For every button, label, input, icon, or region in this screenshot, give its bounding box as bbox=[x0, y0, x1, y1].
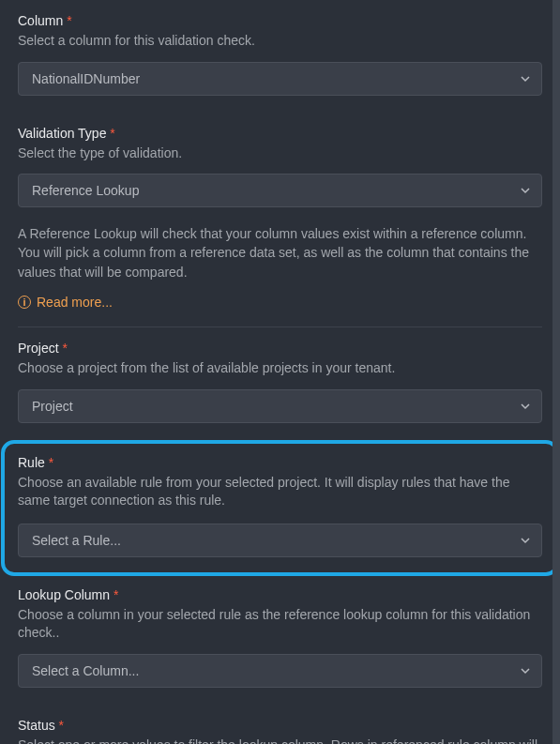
column-label: Column * bbox=[18, 0, 542, 28]
project-help: Choose a project from the list of availa… bbox=[18, 359, 542, 378]
field-rule-highlight: Rule * Choose an available rule from you… bbox=[1, 440, 559, 576]
field-status: Status * Select one or more values to fi… bbox=[18, 705, 542, 744]
required-asterisk: * bbox=[62, 341, 67, 356]
label-text: Rule bbox=[18, 455, 45, 470]
required-asterisk: * bbox=[49, 455, 53, 470]
rule-select[interactable]: Select a Rule... bbox=[18, 524, 542, 557]
scrollbar[interactable] bbox=[552, 0, 560, 744]
project-select[interactable]: Project bbox=[18, 389, 542, 423]
field-lookup-column: Lookup Column * Choose a column in your … bbox=[18, 582, 542, 688]
project-label: Project * bbox=[18, 327, 542, 356]
column-help: Select a column for this validation chec… bbox=[18, 32, 542, 51]
lookup-column-label: Lookup Column * bbox=[18, 582, 542, 602]
chevron-down-icon bbox=[521, 74, 530, 84]
status-label: Status * bbox=[18, 705, 542, 733]
field-validation-type: Validation Type * Select the type of val… bbox=[18, 113, 542, 208]
form-page: Column * Select a column for this valida… bbox=[0, 0, 560, 744]
chevron-down-icon bbox=[521, 666, 530, 676]
project-select-value: Project bbox=[32, 399, 73, 414]
info-icon: i bbox=[18, 296, 31, 309]
rule-label: Rule * bbox=[18, 453, 542, 470]
chevron-down-icon bbox=[521, 402, 530, 411]
read-more-link[interactable]: i Read more... bbox=[18, 295, 113, 310]
status-help: Select one or more values to filter the … bbox=[18, 736, 542, 744]
required-asterisk: * bbox=[114, 587, 118, 602]
label-text: Validation Type bbox=[18, 126, 106, 141]
required-asterisk: * bbox=[59, 718, 64, 733]
label-text: Status bbox=[18, 718, 55, 733]
rule-help: Choose an available rule from your selec… bbox=[18, 474, 542, 510]
validation-type-help: Select the type of validation. bbox=[18, 144, 542, 163]
required-asterisk: * bbox=[67, 13, 71, 28]
field-column: Column * Select a column for this valida… bbox=[18, 0, 542, 96]
validation-type-select-value: Reference Lookup bbox=[32, 183, 139, 198]
lookup-column-help: Choose a column in your selected rule as… bbox=[18, 606, 542, 643]
required-asterisk: * bbox=[110, 126, 114, 141]
read-more-label: Read more... bbox=[37, 295, 113, 310]
column-select-value: NationalIDNumber bbox=[32, 71, 140, 86]
reference-lookup-text: A Reference Lookup will check that your … bbox=[18, 224, 542, 281]
reference-lookup-info: A Reference Lookup will check that your … bbox=[18, 224, 542, 327]
chevron-down-icon bbox=[521, 186, 530, 195]
label-text: Project bbox=[18, 341, 59, 356]
rule-select-placeholder: Select a Rule... bbox=[32, 533, 121, 548]
chevron-down-icon bbox=[521, 536, 530, 545]
lookup-column-select[interactable]: Select a Column... bbox=[18, 654, 542, 688]
label-text: Column bbox=[18, 13, 63, 28]
lookup-column-select-placeholder: Select a Column... bbox=[32, 663, 139, 678]
validation-type-label: Validation Type * bbox=[18, 113, 542, 141]
label-text: Lookup Column bbox=[18, 587, 110, 602]
column-select[interactable]: NationalIDNumber bbox=[18, 62, 542, 96]
field-project: Project * Choose a project from the list… bbox=[18, 327, 542, 423]
validation-type-select[interactable]: Reference Lookup bbox=[18, 174, 542, 207]
